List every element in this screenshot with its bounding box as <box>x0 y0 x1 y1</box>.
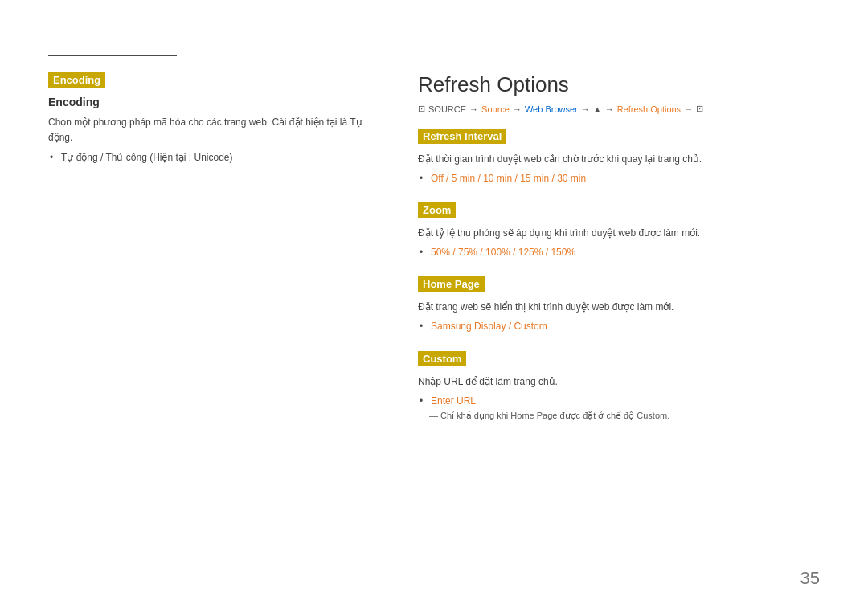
bc-arrow-2: → <box>513 104 522 114</box>
custom-note-middle: được đặt ở chế độ <box>557 411 637 420</box>
refresh-interval-desc: Đặt thời gian trình duyệt web cần chờ tr… <box>418 152 820 166</box>
encoding-bullets: Tự động / Thủ công (Hiện tại : Unicode) <box>48 150 386 166</box>
custom-note-custom-link: Custom <box>637 411 667 420</box>
zoom-bullets: 50% / 75% / 100% / 125% / 150% <box>418 245 820 260</box>
homepage-bullet-1: Samsung Display / Custom <box>431 319 820 334</box>
top-rule-left <box>48 55 177 56</box>
encoding-heading-highlight: Encoding <box>48 72 105 88</box>
page-number: 35 <box>800 568 820 589</box>
refresh-interval-bullet-1: Off / 5 min / 10 min / 15 min / 30 min <box>431 171 820 186</box>
breadcrumb: ⊡ SOURCE → Source → Web Browser → ▲ → Re… <box>418 104 820 114</box>
refresh-interval-options: Off / 5 min / 10 min / 15 min / 30 min <box>431 173 586 184</box>
custom-enter-url: Enter URL <box>431 395 476 407</box>
refresh-interval-heading: Refresh Interval <box>418 129 506 144</box>
bc-source-label: SOURCE <box>428 104 466 114</box>
breadcrumb-icon: ⊡ <box>418 104 425 114</box>
zoom-options: 50% / 75% / 100% / 125% / 150% <box>431 247 575 258</box>
homepage-section: Home Page Đặt trang web sẽ hiển thị khi … <box>418 276 820 334</box>
left-column: Encoding Encoding Chọn một phương pháp m… <box>48 64 418 437</box>
bc-arrow-5: → <box>684 104 693 114</box>
custom-note-prefix: Chỉ khả dụng khi <box>440 411 510 420</box>
bc-arrow-4: → <box>605 104 614 114</box>
custom-bullet-1: Enter URL <box>431 394 820 409</box>
bc-refreshoptions-link: Refresh Options <box>617 104 681 114</box>
bc-webbrowser-link: Web Browser <box>525 104 578 114</box>
content-wrapper: Encoding Encoding Chọn một phương pháp m… <box>48 64 820 437</box>
homepage-bullets: Samsung Display / Custom <box>418 319 820 334</box>
homepage-options: Samsung Display / Custom <box>431 321 547 332</box>
custom-note: Chỉ khả dụng khi Home Page được đặt ở ch… <box>418 411 820 421</box>
zoom-bullet-1: 50% / 75% / 100% / 125% / 150% <box>431 245 820 260</box>
custom-bullets: Enter URL <box>418 394 820 409</box>
bc-source-link: Source <box>481 104 510 114</box>
zoom-heading: Zoom <box>418 202 456 218</box>
zoom-desc: Đặt tỷ lệ thu phóng sẽ áp dụng khi trình… <box>418 226 820 240</box>
refresh-interval-bullets: Off / 5 min / 10 min / 15 min / 30 min <box>418 171 820 186</box>
top-rule-right <box>193 55 820 55</box>
encoding-title: Encoding <box>48 96 386 108</box>
encoding-bullet-item: Tự động / Thủ công (Hiện tại : Unicode) <box>61 150 386 166</box>
custom-note-suffix: . <box>667 411 669 420</box>
bc-end-icon: ⊡ <box>696 104 703 114</box>
page-container: Encoding Encoding Chọn một phương pháp m… <box>0 0 868 613</box>
encoding-section: Encoding Encoding Chọn một phương pháp m… <box>48 72 386 166</box>
homepage-heading: Home Page <box>418 276 485 292</box>
zoom-section: Zoom Đặt tỷ lệ thu phóng sẽ áp dụng khi … <box>418 202 820 260</box>
encoding-description: Chọn một phương pháp mã hóa cho các tran… <box>48 115 386 145</box>
custom-desc: Nhập URL để đặt làm trang chủ. <box>418 374 820 389</box>
bc-up-arrow: ▲ <box>593 104 602 114</box>
bc-arrow-3: → <box>581 104 590 114</box>
main-title: Refresh Options <box>418 72 820 97</box>
custom-note-homepage-link: Home Page <box>510 411 557 420</box>
refresh-interval-section: Refresh Interval Đặt thời gian trình duy… <box>418 129 820 186</box>
custom-heading: Custom <box>418 351 466 366</box>
homepage-desc: Đặt trang web sẽ hiển thị khi trình duyệ… <box>418 300 820 314</box>
right-column: Refresh Options ⊡ SOURCE → Source → Web … <box>418 64 820 437</box>
custom-section: Custom Nhập URL để đặt làm trang chủ. En… <box>418 351 820 421</box>
bc-arrow-1: → <box>469 104 478 114</box>
